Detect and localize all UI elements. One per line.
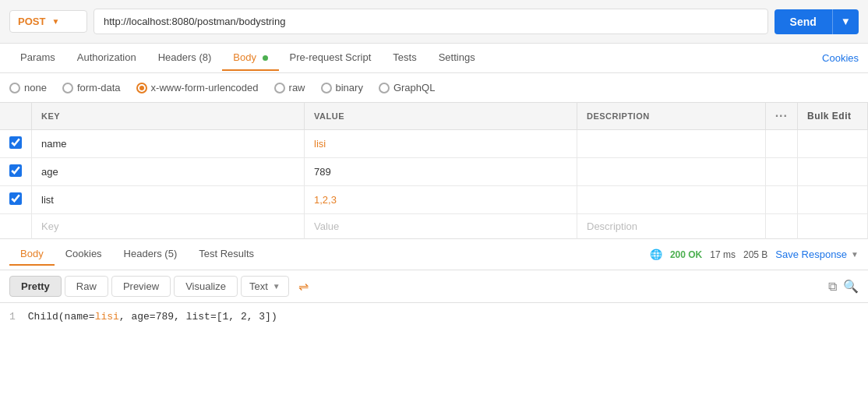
search-icon[interactable]: 🔍: [843, 279, 859, 294]
tab-settings[interactable]: Settings: [428, 45, 486, 71]
method-chevron-icon: ▼: [51, 17, 59, 26]
placeholder-description[interactable]: Description: [577, 214, 766, 239]
row1-checkbox[interactable]: [9, 136, 22, 149]
radio-graphql[interactable]: GraphQL: [379, 82, 435, 93]
row3-description[interactable]: [577, 186, 766, 214]
send-button[interactable]: Send: [774, 9, 832, 34]
th-key: KEY: [32, 103, 305, 130]
format-visualize-button[interactable]: Visualize: [174, 276, 238, 297]
response-tabs: Body Cookies Headers (5) Test Results: [9, 243, 265, 266]
row2-checkbox[interactable]: [9, 164, 22, 177]
response-header: Body Cookies Headers (5) Test Results 🌐 …: [0, 239, 868, 270]
row2-checkbox-cell: [0, 158, 32, 186]
nav-tabs: Params Authorization Headers (8) Body Pr…: [0, 44, 868, 73]
row3-key[interactable]: list: [32, 186, 305, 214]
send-dropdown-button[interactable]: ▼: [832, 9, 859, 34]
text-format-label: Text: [249, 280, 268, 292]
body-type-selector: none form-data x-www-form-urlencoded raw…: [0, 73, 868, 103]
row2-key[interactable]: age: [32, 158, 305, 186]
format-bar: Pretty Raw Preview Visualize Text ▼ ⇌ ⧉ …: [0, 270, 868, 303]
radio-form-data-label: form-data: [77, 82, 121, 93]
resp-tab-headers[interactable]: Headers (5): [113, 243, 189, 266]
send-button-group: Send ▼: [774, 9, 859, 34]
row2-value[interactable]: 789: [305, 158, 577, 186]
radio-none-label: none: [24, 82, 47, 93]
row1-key[interactable]: name: [32, 130, 305, 158]
format-preview-button[interactable]: Preview: [111, 276, 171, 297]
row1-checkbox-cell: [0, 130, 32, 158]
table-row: age 789: [0, 158, 868, 186]
radio-raw-indicator: [274, 83, 285, 93]
url-input[interactable]: [94, 9, 768, 34]
resp-tab-body[interactable]: Body: [9, 243, 55, 266]
row2-more: [765, 158, 797, 186]
th-more: ···: [765, 103, 797, 130]
copy-icon[interactable]: ⧉: [828, 280, 837, 294]
th-description: DESCRIPTION: [577, 103, 766, 130]
placeholder-bulk: [798, 214, 868, 239]
line-number: 1: [9, 311, 16, 323]
filter-icon[interactable]: ⇌: [298, 279, 309, 294]
method-selector[interactable]: POST ▼: [9, 10, 87, 33]
th-bulk-edit: Bulk Edit: [798, 103, 868, 130]
tab-params[interactable]: Params: [9, 45, 66, 71]
tab-authorization[interactable]: Authorization: [66, 45, 147, 71]
radio-urlencoded-label: x-www-form-urlencoded: [151, 82, 259, 93]
radio-graphql-indicator: [379, 83, 390, 93]
body-dot-icon: [263, 55, 268, 61]
radio-none-indicator: [9, 83, 20, 93]
more-options-icon[interactable]: ···: [775, 109, 788, 122]
placeholder-checkbox-cell: [0, 214, 32, 239]
radio-urlencoded[interactable]: x-www-form-urlencoded: [136, 82, 259, 93]
radio-urlencoded-indicator: [136, 83, 147, 93]
radio-binary-label: binary: [336, 82, 363, 93]
params-table: KEY VALUE DESCRIPTION ··· Bulk Edit name…: [0, 103, 868, 239]
table-row-placeholder: Key Value Description: [0, 214, 868, 239]
tab-body[interactable]: Body: [222, 45, 278, 71]
format-pretty-button[interactable]: Pretty: [9, 276, 62, 297]
cookies-link[interactable]: Cookies: [822, 52, 859, 64]
response-meta: 🌐 200 OK 17 ms 205 B Save Response ▼: [650, 249, 859, 260]
code-highlight-name: lisi: [95, 311, 119, 323]
radio-none[interactable]: none: [9, 82, 47, 93]
placeholder-key[interactable]: Key: [32, 214, 305, 239]
row3-value[interactable]: 1,2,3: [305, 186, 577, 214]
radio-raw[interactable]: raw: [274, 82, 305, 93]
row2-description[interactable]: [577, 158, 766, 186]
radio-binary[interactable]: binary: [321, 82, 363, 93]
method-label: POST: [18, 16, 45, 27]
top-bar: POST ▼ Send ▼: [0, 0, 868, 44]
table-row: name lisi: [0, 130, 868, 158]
row3-more: [765, 186, 797, 214]
resp-tab-cookies[interactable]: Cookies: [55, 243, 113, 266]
row3-checkbox-cell: [0, 186, 32, 214]
row1-description[interactable]: [577, 130, 766, 158]
row1-value[interactable]: lisi: [305, 130, 577, 158]
row3-bulk: [798, 186, 868, 214]
format-raw-button[interactable]: Raw: [65, 276, 108, 297]
th-checkbox: [0, 103, 32, 130]
tab-headers[interactable]: Headers (8): [147, 45, 223, 71]
row1-bulk: [798, 130, 868, 158]
save-response-button[interactable]: Save Response ▼: [775, 249, 859, 260]
globe-icon: 🌐: [650, 249, 662, 260]
placeholder-value[interactable]: Value: [305, 214, 577, 239]
row2-bulk: [798, 158, 868, 186]
bulk-edit-button[interactable]: Bulk Edit: [807, 111, 852, 122]
row3-checkbox[interactable]: [9, 192, 22, 205]
response-time: 17 ms: [710, 249, 736, 260]
radio-graphql-label: GraphQL: [393, 82, 435, 93]
th-value: VALUE: [305, 103, 577, 130]
save-response-label: Save Response: [775, 249, 847, 260]
placeholder-more: [765, 214, 797, 239]
response-size: 205 B: [743, 249, 767, 260]
table-row: list 1,2,3: [0, 186, 868, 214]
text-format-chevron-icon: ▼: [273, 282, 281, 291]
tab-tests[interactable]: Tests: [382, 45, 427, 71]
radio-form-data[interactable]: form-data: [62, 82, 121, 93]
tab-pre-request[interactable]: Pre-request Script: [279, 45, 383, 71]
resp-tab-test-results[interactable]: Test Results: [188, 243, 265, 266]
code-area: 1 Child(name=lisi, age=789, list=[1, 2, …: [0, 303, 868, 330]
text-format-dropdown[interactable]: Text ▼: [241, 276, 289, 297]
code-content: Child(name=lisi, age=789, list=[1, 2, 3]…: [28, 311, 277, 323]
